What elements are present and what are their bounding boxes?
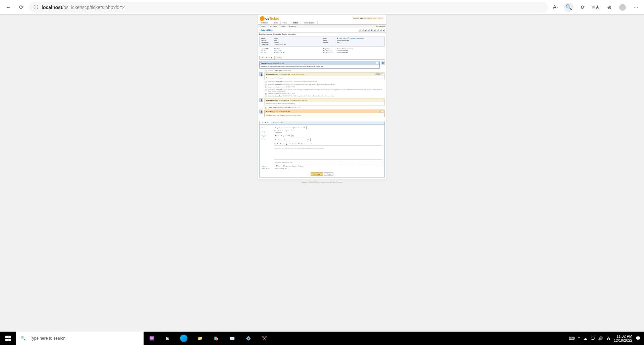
tab-post-reply[interactable]: Post Reply <box>260 121 271 124</box>
more-icon[interactable]: ⋯ <box>631 3 641 12</box>
avatar: 👤 <box>259 110 263 114</box>
quote-icon[interactable]: ❝ <box>304 143 306 145</box>
zoom-icon[interactable]: 🔍 <box>564 3 574 12</box>
user-icon: 👤 <box>337 38 338 39</box>
underline-icon[interactable]: U <box>286 143 288 145</box>
subnav-my-tickets[interactable]: 📄 My Tickets ▾ <box>268 25 277 27</box>
image-icon[interactable]: 🖼 <box>298 143 300 145</box>
note-icon[interactable]: ✎ <box>361 29 364 31</box>
canned-select[interactable]: Select a canned response﹀ <box>274 138 311 141</box>
browser-toolbar: ← ⟳ ⓘ localhost/osTicket/scp/tickets.php… <box>0 0 644 15</box>
logo-emblem-icon <box>259 15 265 21</box>
subnav-open[interactable]: 📄 Open ▾ <box>259 25 266 27</box>
strike-icon[interactable]: S̶ <box>289 143 291 145</box>
add-collab-link[interactable]: + Collaborators <box>274 132 382 133</box>
nav-kb[interactable]: Knowledgebase <box>301 21 318 24</box>
status-select[interactable]: Open (current)﹀ <box>274 167 288 170</box>
tab-internal-note[interactable]: Post Internal Note <box>271 121 286 124</box>
event-created: + Created by 📄Karen Doe 12/19/22 12:37 A… <box>265 70 385 72</box>
font-icon[interactable]: ■ <box>277 143 279 145</box>
bold-icon[interactable]: B <box>280 143 282 145</box>
entry-menu-icon[interactable]: ⋮ <box>381 99 383 101</box>
video-icon[interactable]: ▶ <box>301 143 303 145</box>
reset-button[interactable]: Reset <box>324 172 333 176</box>
ticket-toolbar: ↩ ✎ ⇆▾ 🖨▾ 👤 ⇄ ✏ ⚙▾ 🗑▾ <box>358 29 385 31</box>
assign-icon[interactable]: 👤 <box>370 29 373 31</box>
ticket-number: ○ Ticket #204109 <box>259 29 273 31</box>
chevron-down-icon: ﹀ <box>308 139 309 141</box>
pencil-icon: ✎ <box>265 84 267 86</box>
event-assigned: ✋ 📄Jason Derry assigned this to John Doe… <box>265 107 385 109</box>
transfer-icon[interactable]: ⇄ <box>373 29 376 31</box>
subnav-new-ticket[interactable]: 🎫 New Ticket <box>376 25 385 27</box>
subnav-closed[interactable]: 📄 Closed ▾ <box>279 25 286 27</box>
italic-icon[interactable]: I <box>283 143 285 145</box>
event-sla: ✎ Updated by 📄Jason Derry 12/19/22 12:19… <box>265 84 385 86</box>
read-aloud-icon[interactable]: A» <box>551 3 560 12</box>
attachment-dropzone[interactable]: 📎 Drop files here or choose them <box>274 161 382 164</box>
favorites-list-icon[interactable]: ≡★ <box>591 3 600 12</box>
profile-icon[interactable] <box>618 3 627 12</box>
paragraph-icon[interactable]: ¶▾ <box>274 143 276 145</box>
delete-icon[interactable]: 🗑▾ <box>382 29 385 31</box>
link-icon[interactable]: 🔗 <box>292 143 294 145</box>
hr-icon[interactable]: — <box>307 143 309 145</box>
osticket-logo[interactable]: osTicket <box>260 16 279 21</box>
post-reply-button[interactable]: Post Reply <box>311 172 323 176</box>
tab-thread[interactable]: Ticket Thread (4) <box>259 56 275 59</box>
thread-tabs: Ticket Thread (4) Tasks <box>259 56 385 60</box>
assigned-link[interactable]: John Doe <box>274 48 280 50</box>
tab-tasks[interactable]: Tasks <box>275 56 283 59</box>
logout-link[interactable]: Log Out <box>378 18 382 19</box>
ticket-meta: Assigned To:John Doe SLA Plan:Default SL… <box>259 47 385 55</box>
print-icon[interactable]: 🖨▾ <box>367 29 370 31</box>
entry-menu-icon[interactable]: ⋮ <box>381 111 383 113</box>
more-icon[interactable]: ⚙▾ <box>379 29 382 31</box>
fullscreen-icon[interactable]: ⤢ <box>310 143 312 145</box>
footer: Copyright © 2006-2022 Jason's Situation … <box>0 180 644 184</box>
status-icon[interactable]: ⇆▾ <box>364 29 367 31</box>
link-icon[interactable]: 🔗 <box>379 111 381 113</box>
back-button[interactable]: ← <box>3 2 13 12</box>
ticket-subject: Entire accounting dept Adobe Reader not … <box>258 32 386 36</box>
replyto-select[interactable]: All Active Recipients﹀ <box>274 134 291 137</box>
event-summary-sla: ✎ Updated by 📄Jason Derry 12/19/22 7:34 … <box>265 89 385 92</box>
url-path: /osTicket/scp/tickets.php?id=2 <box>62 5 125 10</box>
nav-tickets[interactable]: Tickets <box>290 21 301 24</box>
reply-box: Post Reply Post Internal Note From:Suppo… <box>259 121 385 178</box>
nav-dashboard[interactable]: Dashboard <box>258 21 271 24</box>
header: osTicket Welcome, John. | Agent Panel | … <box>258 15 386 21</box>
address-bar[interactable]: ⓘ localhost/osTicket/scp/tickets.php?id=… <box>29 2 548 13</box>
user-link[interactable]: Karen Doe (1) <box>339 38 347 39</box>
from-select[interactable]: Support <jasonssituationroom@hotmail.com… <box>274 126 307 129</box>
edit-icon[interactable]: ✏ <box>376 29 379 31</box>
ticket-title-bar: ○ Ticket #204109 ↩ ✎ ⇆▾ 🖨▾ 👤 ⇄ ✏ ⚙▾ 🗑▾ <box>258 28 386 32</box>
thread: 👤 Karen Doe posted 12/19/22 12:37 AM⋮ Ev… <box>258 60 386 120</box>
reply-icon[interactable]: ↩ <box>358 29 361 31</box>
hand-icon: ✋ <box>265 107 267 109</box>
site-info-icon[interactable]: ⓘ <box>34 4 38 10</box>
list-icon[interactable]: ≡ <box>295 143 297 145</box>
pencil-icon: ✎ <box>265 95 267 97</box>
url-host: localhost <box>42 5 62 10</box>
sub-nav: 📄 Open ▾ 📄 My Tickets ▾ 📄 Closed ▾ 🔍 Sea… <box>258 25 386 28</box>
agent-panel-link[interactable]: Agent Panel <box>364 18 372 19</box>
profile-link[interactable]: Profile <box>373 18 376 19</box>
entry-menu-icon[interactable]: ⋮ <box>376 62 378 64</box>
response-editor[interactable]: Start writing your response here. Use ca… <box>274 146 382 160</box>
recipient-count: (0) <box>292 135 293 137</box>
chat-icon[interactable]: 💬 <box>347 38 349 39</box>
collections-icon[interactable]: ⊕ <box>604 3 614 12</box>
entry-menu-icon[interactable]: ⋮ <box>381 73 383 75</box>
welcome-bar: Welcome, John. | Agent Panel | Profile |… <box>352 17 384 20</box>
nav-users[interactable]: Users <box>271 21 281 24</box>
main-nav: Dashboard Users Tasks Tickets Knowledgeb… <box>258 21 386 25</box>
subnav-search[interactable]: 🔍 Search ▾ <box>288 25 296 27</box>
editor-toolbar: ¶▾ ■ B I U S̶ 🔗 ≡ 🖼 ▶ ❝ — ⤢ <box>274 142 382 146</box>
thread-entry-note: 👤 Jason Derry posted 12/19/22 8:12 PM Ti… <box>259 98 385 106</box>
nav-tasks[interactable]: Tasks <box>281 21 290 24</box>
favorite-icon[interactable]: ✩ <box>578 3 587 12</box>
refresh-button[interactable]: ⟳ <box>16 2 26 12</box>
manage-collab-link[interactable]: Manage Collaborators <box>351 38 364 39</box>
clock-icon: ⏰ <box>265 86 267 88</box>
